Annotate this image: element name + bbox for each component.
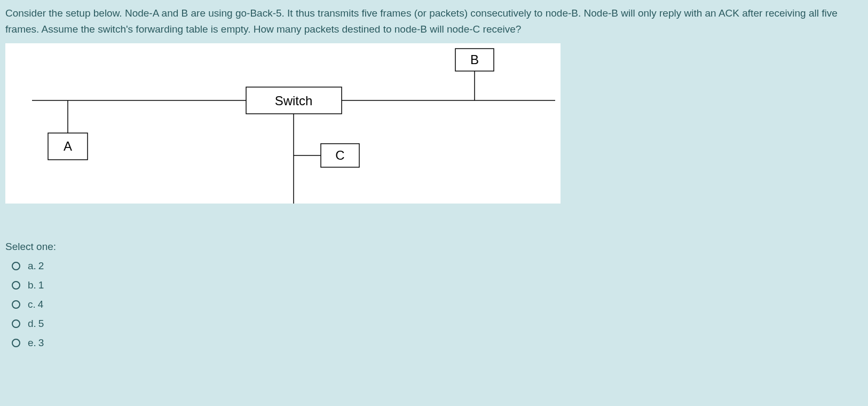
radio-icon bbox=[12, 262, 20, 270]
option-letter: c. bbox=[28, 299, 36, 310]
option-e[interactable]: e. 3 bbox=[5, 337, 863, 349]
option-b[interactable]: b. 1 bbox=[5, 279, 863, 291]
option-value: 5 bbox=[38, 318, 44, 330]
option-value: 4 bbox=[38, 299, 44, 310]
select-one-label: Select one: bbox=[5, 241, 863, 253]
answers-section: Select one: a. 2 b. 1 c. 4 d. 5 e. 3 bbox=[5, 241, 863, 349]
radio-icon bbox=[12, 281, 20, 290]
option-letter: a. bbox=[28, 260, 36, 272]
radio-icon bbox=[12, 300, 20, 309]
option-letter: e. bbox=[28, 337, 36, 349]
question-text: Consider the setup below. Node-A and B a… bbox=[5, 5, 863, 38]
node-c-label: C bbox=[335, 148, 344, 162]
diagram-svg: Switch A B C bbox=[5, 43, 561, 204]
option-value: 3 bbox=[38, 337, 44, 349]
node-b-label: B bbox=[470, 52, 479, 67]
network-diagram: Switch A B C bbox=[5, 43, 561, 204]
option-value: 1 bbox=[38, 279, 44, 291]
switch-label: Switch bbox=[275, 93, 313, 108]
option-a[interactable]: a. 2 bbox=[5, 260, 863, 272]
option-letter: b. bbox=[28, 279, 36, 291]
option-value: 2 bbox=[38, 260, 44, 272]
node-a-label: A bbox=[64, 139, 72, 153]
option-d[interactable]: d. 5 bbox=[5, 318, 863, 330]
option-c[interactable]: c. 4 bbox=[5, 299, 863, 310]
radio-icon bbox=[12, 339, 20, 347]
option-letter: d. bbox=[28, 318, 36, 330]
radio-icon bbox=[12, 319, 20, 328]
